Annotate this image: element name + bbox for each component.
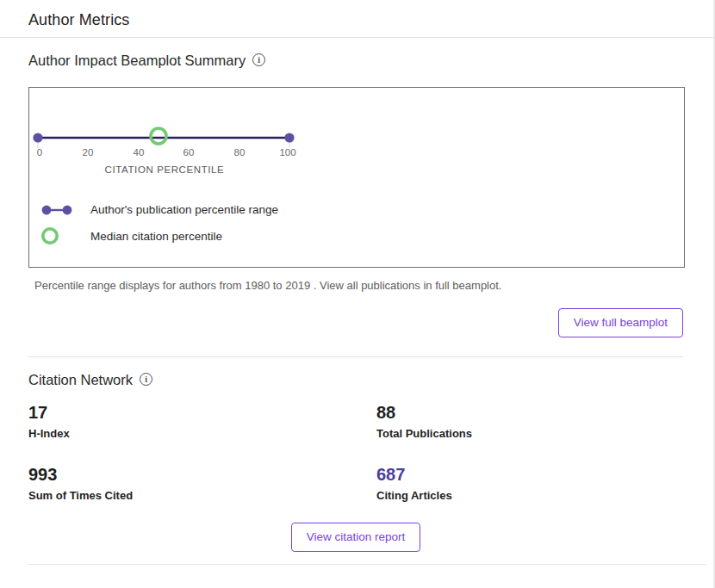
view-citation-report-button[interactable]: View citation report [291, 523, 421, 552]
citation-button-row: View citation report [28, 523, 683, 552]
metric-sum-times-cited: 993 Sum of Times Cited [28, 465, 376, 502]
section-divider [28, 356, 683, 357]
beamplot-chart: 0 20 40 60 80 100 CITATION PERCENTILE [29, 88, 667, 181]
x-axis-label: CITATION PERCENTILE [105, 164, 225, 175]
beamplot-section-title: Author Impact Beamplot Summary [28, 53, 246, 69]
citation-network-title: Citation Network [28, 372, 133, 388]
metric-h-index: 17 H-Index [28, 403, 376, 440]
tick-label: 80 [234, 147, 246, 158]
panel-content: Author Impact Beamplot Summary i 0 20 40… [0, 53, 713, 552]
range-min-dot[interactable] [33, 133, 42, 142]
metric-total-publications: 88 Total Publications [376, 403, 683, 440]
median-circle-icon [40, 226, 78, 246]
legend-item-median: Median citation percentile [40, 226, 684, 246]
median-percentile-marker[interactable] [151, 128, 166, 144]
legend-item-range: Author's publication percentile range [40, 203, 684, 216]
metric-label: H-Index [28, 427, 376, 440]
view-full-beamplot-button[interactable]: View full beamplot [558, 308, 683, 337]
beamplot-button-row: View full beamplot [28, 308, 683, 337]
legend-label: Median citation percentile [90, 230, 222, 243]
legend-label: Author's publication percentile range [90, 203, 278, 216]
bottom-divider [28, 564, 706, 565]
metric-value: 993 [28, 465, 376, 485]
tick-label: 40 [134, 147, 145, 158]
citing-articles-link[interactable]: 687 [376, 465, 683, 485]
range-max-dot[interactable] [284, 133, 294, 142]
beamplot-chart-box: 0 20 40 60 80 100 CITATION PERCENTILE [28, 87, 685, 268]
page-title: Author Metrics [28, 11, 713, 29]
metric-label: Sum of Times Cited [28, 489, 376, 502]
beamplot-section-header: Author Impact Beamplot Summary i [28, 53, 683, 69]
citation-metrics-grid: 17 H-Index 88 Total Publications 993 Sum… [28, 403, 683, 502]
metric-label: Total Publications [376, 427, 683, 440]
metric-value: 17 [28, 403, 376, 423]
metric-label: Citing Articles [376, 489, 683, 502]
panel-header: Author Metrics [0, 0, 713, 38]
tick-label: 20 [83, 147, 94, 158]
tick-label: 100 [279, 147, 295, 158]
info-icon[interactable]: i [252, 53, 265, 66]
metric-citing-articles: 687 Citing Articles [376, 465, 683, 502]
tick-label: 60 [183, 147, 195, 158]
tick-label: 0 [37, 147, 42, 158]
chart-legend: Author's publication percentile range Me… [40, 203, 684, 246]
beamplot-caption: Percentile range displays for authors fr… [34, 279, 683, 292]
metric-value: 88 [376, 403, 683, 423]
author-metrics-panel: Author Metrics Author Impact Beamplot Su… [0, 0, 715, 588]
info-icon[interactable]: i [140, 373, 152, 386]
citation-network-header: Citation Network i [28, 372, 683, 388]
range-dumbbell-icon [40, 204, 78, 216]
